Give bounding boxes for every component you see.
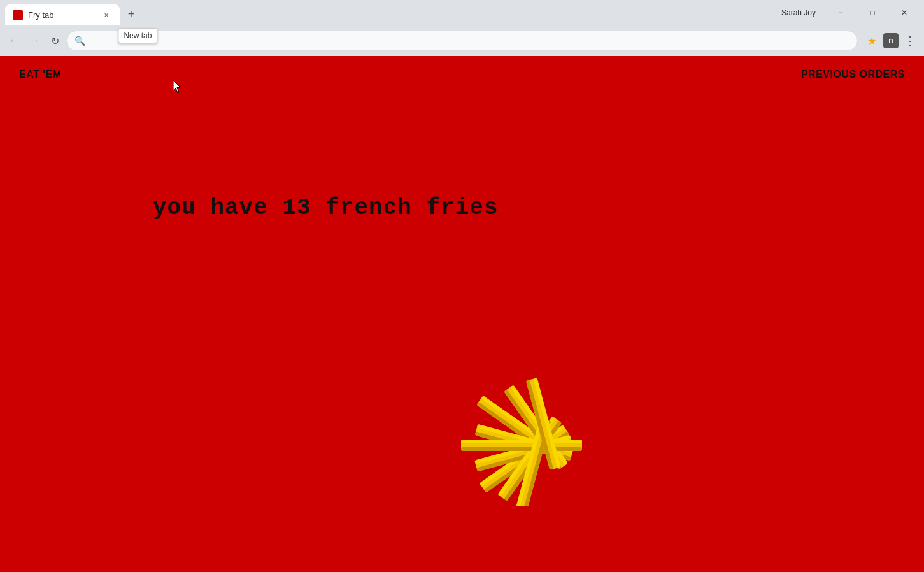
toolbar-icons: ★ n ⋮	[863, 32, 919, 50]
fries-count-text: you have 13 french fries	[153, 195, 498, 221]
search-icon: 🔍	[75, 36, 85, 46]
tab-close-button[interactable]: ×	[101, 10, 112, 21]
reload-button[interactable]: ↻	[46, 32, 64, 50]
tab-favicon	[13, 10, 23, 20]
title-bar-right: Sarah Joy − □ ✕	[781, 3, 919, 23]
svg-rect-19	[461, 440, 582, 443]
previous-orders-link[interactable]: PREVIOUS ORDERS	[801, 69, 905, 80]
tab-label: Fry tab	[28, 10, 96, 20]
window-controls: − □ ✕	[826, 3, 919, 23]
svg-rect-20	[461, 447, 582, 451]
minimize-button[interactable]: −	[826, 3, 855, 23]
nav-bar: ← → ↻ 🔍 ★ n ⋮	[0, 25, 924, 56]
forward-button[interactable]: →	[25, 32, 43, 50]
user-name: Sarah Joy	[781, 8, 816, 17]
new-tab-button[interactable]: +	[122, 5, 140, 23]
fries-svg	[442, 378, 646, 506]
bookmark-star-button[interactable]: ★	[863, 32, 881, 50]
notifications-icon: n	[883, 33, 899, 48]
more-menu-button[interactable]: ⋮	[901, 32, 919, 50]
maximize-button[interactable]: □	[858, 3, 887, 23]
active-tab[interactable]: Fry tab ×	[5, 4, 120, 25]
tab-strip: Fry tab × + New tab	[5, 0, 140, 25]
webpage: EAT 'EM PREVIOUS ORDERS you have 13 fren…	[0, 56, 924, 572]
address-bar[interactable]: 🔍	[66, 31, 858, 51]
fries-illustration	[442, 378, 646, 508]
title-bar: Fry tab × + New tab Sarah Joy − □ ✕	[0, 0, 924, 25]
chrome-frame: Fry tab × + New tab Sarah Joy − □ ✕ ← → …	[0, 0, 924, 56]
eat-em-link[interactable]: EAT 'EM	[19, 69, 62, 80]
search-input[interactable]	[90, 36, 849, 46]
page-nav: EAT 'EM PREVIOUS ORDERS	[0, 56, 924, 93]
back-button[interactable]: ←	[5, 32, 23, 50]
close-button[interactable]: ✕	[890, 3, 919, 23]
notifications-button[interactable]: n	[882, 32, 900, 50]
